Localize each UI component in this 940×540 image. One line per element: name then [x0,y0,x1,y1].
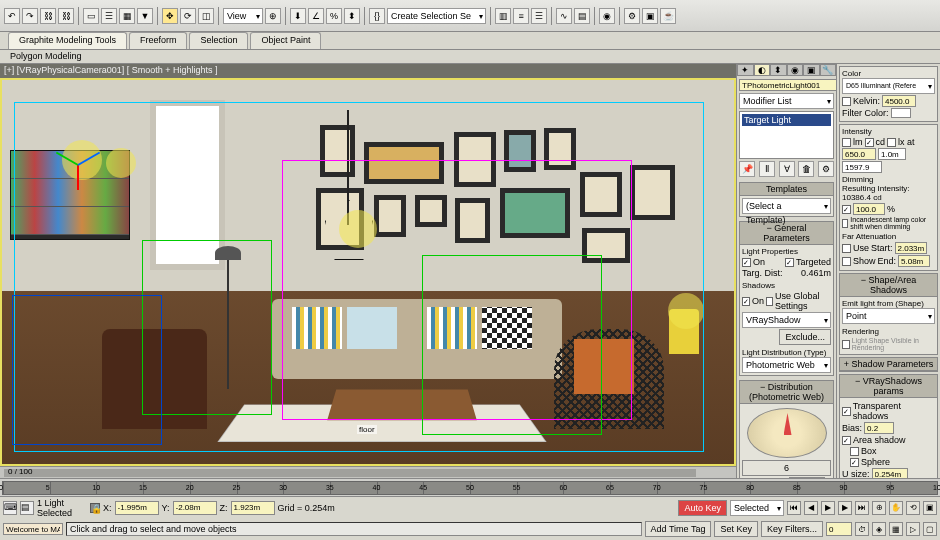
filter-icon[interactable]: ▼ [137,8,153,24]
nav-pan-icon[interactable]: ✋ [889,501,903,515]
rollout-templates[interactable]: Templates [740,183,833,196]
select-icon[interactable]: ▭ [83,8,99,24]
intensity-dist-spinner[interactable] [878,148,906,160]
rollout-dist-web[interactable]: − Distribution (Photometric Web) [740,381,833,404]
transform-z-spinner[interactable] [231,501,275,515]
radio-cd[interactable] [865,138,874,147]
tab-hierarchy[interactable]: ⬍ [770,64,787,76]
ribbon-tab-graphite[interactable]: Graphite Modeling Tools [8,32,127,49]
maxscript-icon[interactable]: ⌨ [3,501,17,515]
ribbon-tab-freeform[interactable]: Freeform [129,32,188,49]
key-filters-button[interactable]: Key Filters... [761,521,823,537]
checkbox-shadows-on[interactable] [742,297,750,306]
spinner-snap-icon[interactable]: ⬍ [344,8,360,24]
rollout-shadow-params[interactable]: + Shadow Parameters [840,358,937,371]
exclude-button[interactable]: Exclude... [779,329,831,345]
listener-icon[interactable]: ▤ [20,501,34,515]
checkbox-use-global[interactable] [766,297,773,306]
tab-utilities[interactable]: 🔧 [820,64,837,76]
nav-min-max-icon[interactable]: ▢ [923,522,937,536]
rotate-icon[interactable]: ⟳ [180,8,196,24]
atten-start-spinner[interactable] [895,242,927,254]
light-dist-dropdown[interactable]: Photometric Web [742,357,831,373]
radio-lm[interactable] [842,138,851,147]
unlink-icon[interactable]: ⛓ [58,8,74,24]
web-file-button[interactable]: 6 [742,460,831,476]
render-frame-icon[interactable]: ▣ [642,8,658,24]
stack-pin-icon[interactable]: 📌 [739,161,755,177]
transform-y-spinner[interactable] [173,501,217,515]
selection-set-dropdown[interactable]: Create Selection Se [387,8,486,24]
tab-motion[interactable]: ◉ [787,64,804,76]
bias-spinner[interactable] [864,422,894,434]
goto-start-icon[interactable]: ⏮ [787,501,801,515]
modifier-list-dropdown[interactable]: Modifier List [739,93,834,109]
lock-icon[interactable]: 🔒 [90,503,100,513]
set-key-button[interactable]: Set Key [714,521,758,537]
checkbox-atten-use[interactable] [842,244,851,253]
current-frame-spinner[interactable] [826,522,852,536]
atten-end-spinner[interactable] [898,255,930,267]
checkbox-incandescent[interactable] [842,219,848,228]
stack-remove-icon[interactable]: 🗑 [798,161,814,177]
tab-modify[interactable]: ◐ [754,64,771,76]
align-icon[interactable]: ≡ [513,8,529,24]
transform-x-spinner[interactable] [115,501,159,515]
ribbon-subpanel[interactable]: Polygon Modeling [0,50,940,64]
stack-show-icon[interactable]: Ⅱ [759,161,775,177]
prev-frame-icon[interactable]: ◀ [804,501,818,515]
viewport-label[interactable]: [+] [VRayPhysicalCamera001] [ Smooth + H… [0,64,736,78]
rollout-shape-shadows[interactable]: − Shape/Area Shadows [840,274,937,297]
shadow-type-dropdown[interactable]: VRayShadow [742,312,831,328]
select-rect-icon[interactable]: ▦ [119,8,135,24]
angle-snap-icon[interactable]: ∠ [308,8,324,24]
checkbox-targeted[interactable] [785,258,794,267]
snap-icon[interactable]: ⬇ [290,8,306,24]
dimming-spinner[interactable] [853,203,885,215]
next-frame-icon[interactable]: ▶ [838,501,852,515]
tab-create[interactable]: ✦ [737,64,754,76]
play-icon[interactable]: ▶ [821,501,835,515]
ribbon-tab-selection[interactable]: Selection [189,32,248,49]
radio-kelvin[interactable] [842,97,851,106]
nav-orbit-icon[interactable]: ⟲ [906,501,920,515]
intensity-spinner[interactable] [842,148,876,160]
nav-fov-icon[interactable]: ▷ [906,522,920,536]
rollout-vray-shadows[interactable]: − VRayShadows params [840,375,937,398]
checkbox-area-shadow[interactable] [842,436,851,445]
schematic-icon[interactable]: ▤ [574,8,590,24]
radio-sphere[interactable] [850,458,859,467]
nav-zoom-all-icon[interactable]: ◈ [872,522,886,536]
curve-editor-icon[interactable]: ∿ [556,8,572,24]
radio-box[interactable] [850,447,859,456]
web-distribution-preview[interactable] [747,408,827,458]
goto-end-icon[interactable]: ⏭ [855,501,869,515]
template-dropdown[interactable]: (Select a Template) [742,198,831,214]
redo-icon[interactable]: ↷ [22,8,38,24]
kelvin-spinner[interactable] [882,95,916,107]
time-slider[interactable]: 0 / 100 [0,466,736,478]
maxscript-mini-listener[interactable] [3,523,63,535]
shape-dropdown[interactable]: Point [842,308,935,324]
usize-spinner[interactable] [872,468,908,478]
checkbox-transparent-shadows[interactable] [842,407,851,416]
stack-unique-icon[interactable]: ∀ [779,161,795,177]
layers-icon[interactable]: ☰ [531,8,547,24]
auto-key-button[interactable]: Auto Key [678,500,727,516]
track-bar[interactable]: 0510152025303540455055606570758085909510… [0,478,940,496]
undo-icon[interactable]: ↶ [4,8,20,24]
move-gizmo[interactable] [52,140,102,190]
percent-snap-icon[interactable]: % [326,8,342,24]
stack-config-icon[interactable]: ⚙ [818,161,834,177]
render-setup-icon[interactable]: ⚙ [624,8,640,24]
nav-max-icon[interactable]: ▣ [923,501,937,515]
filter-color-swatch[interactable] [891,108,911,118]
link-icon[interactable]: ⛓ [40,8,56,24]
radio-lx[interactable] [887,138,896,147]
stack-item-target-light[interactable]: Target Light [742,114,831,126]
modifier-stack[interactable]: Target Light [739,111,834,159]
move-icon[interactable]: ✥ [162,8,178,24]
nav-zoom-icon[interactable]: ⊕ [872,501,886,515]
checkbox-atten-show[interactable] [842,257,851,266]
checkbox-on[interactable] [742,258,751,267]
